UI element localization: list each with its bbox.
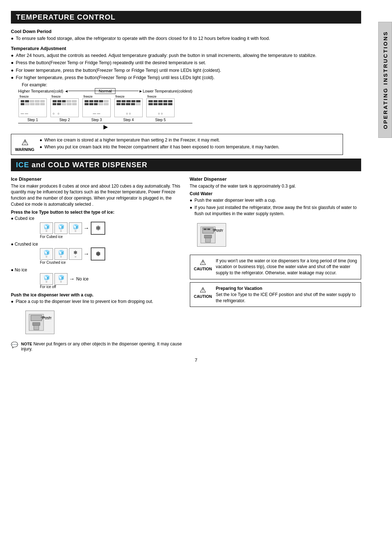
ice-section-header: ICE and COLD WATER DISPENSER	[11, 159, 361, 171]
no-ice-row: ● No ice 🧊 ○ 🧊 ○ → No ice	[11, 267, 183, 289]
no-ice-btn-2: 🧊 ○	[54, 273, 68, 285]
cubed-btn-1: 🧊 ○	[40, 222, 53, 234]
cool-down-title: Cool Down Period	[11, 29, 343, 34]
no-ice-arrow: →	[69, 276, 75, 282]
steps-container: freeze — — Step 1 freeze	[18, 95, 192, 122]
note-box: 💬 NOTE Never put fingers or any other ob…	[11, 341, 183, 352]
for-example-label: For example:	[22, 82, 343, 87]
water-dispenser-title: Water Dispenser	[190, 176, 362, 182]
svg-rect-8	[204, 235, 212, 238]
ice-dispenser-image	[25, 311, 54, 334]
water-dispenser-image	[197, 223, 226, 247]
warning-content: ● When ice cream is stored at a higher t…	[40, 137, 279, 152]
crushed-arrow: →	[83, 251, 89, 257]
cold-water-title: Cold Water	[190, 191, 362, 196]
step-5-box: ○ ○	[146, 98, 175, 117]
ice-two-col: Ice Dispenser The ice maker produces 8 c…	[11, 176, 361, 354]
page-number: 7	[11, 357, 381, 363]
svg-rect-9	[205, 238, 211, 242]
cool-down-text: To ensure safe food storage, allow the r…	[11, 36, 343, 42]
crushed-btn-1: 🧊 ○	[40, 248, 53, 260]
no-ice-btn-1: 🧊 ○	[40, 273, 53, 285]
water-dispenser-col: Water Dispenser The capacity of the wate…	[190, 176, 362, 354]
water-dispenser-text: The capacity of the water tank is approx…	[190, 183, 362, 189]
cubed-arrow: →	[83, 225, 89, 231]
side-tab-text: OPERATING INSTRUCTIONS	[382, 31, 388, 129]
warning-bullet-2: ● When you put ice cream back into the f…	[40, 144, 279, 150]
step-2-label: Step 2	[60, 118, 70, 122]
crushed-ice-row: ● Crushed ice 🧊 ○ 🧊 ○ ❄ ○	[11, 242, 183, 264]
step-2-box: ○○	[50, 98, 79, 117]
temperature-title: TEMPERATURE CONTROL	[16, 13, 115, 21]
caution-box-2: ⚠ CAUTION Preparing for Vacation Set the…	[190, 282, 362, 307]
step-4-label: Step 4	[123, 118, 134, 122]
freeze-label-4: freeze	[115, 95, 124, 98]
warning-icon: ⚠	[21, 138, 29, 147]
ice-title-rest: and COLD WATER DISPENSER	[32, 161, 147, 169]
temp-adjustment-title: Temperature Adjustment	[11, 46, 343, 51]
crushed-for-label: For Crushed ice	[40, 260, 183, 264]
caution-2-title: Preparing for Vacation	[216, 286, 262, 291]
cold-water-bullet-1: ● Push the water dispenser lever with a …	[190, 197, 362, 204]
no-ice-for-label: For ice off	[40, 285, 183, 289]
step-3-label: Step 3	[91, 118, 102, 122]
freeze-label-1: freeze	[20, 95, 29, 98]
temp-bullet-3: For lower temperature, press the button(…	[11, 67, 343, 74]
temp-adjustment-block: Temperature Adjustment After 24 hours, a…	[11, 46, 361, 130]
caution-content-1: If you won't use the water or ice dispen…	[216, 258, 358, 276]
step-5-label: Step 5	[155, 118, 166, 122]
caution-box-1: ⚠ CAUTION If you won't use the water or …	[190, 255, 362, 279]
page-container: OPERATING INSTRUCTIONS TEMPERATURE CONTR…	[0, 0, 392, 554]
lower-temp-label: Lower Temperature(coldest)	[143, 89, 192, 93]
cubed-btn-3: 🧊 ○	[69, 222, 82, 234]
warning-box: ⚠ WARNING ● When ice cream is stored at …	[11, 134, 343, 155]
ice-dispenser-title: Ice Dispenser	[11, 176, 183, 182]
step-1: freeze — — Step 1	[18, 95, 47, 122]
cool-down-body: To ensure safe food storage, allow the r…	[16, 36, 270, 42]
caution-label-1: CAUTION	[194, 267, 212, 271]
temp-bullet-1: After 24 hours, adjust the controls as n…	[11, 53, 343, 59]
crushed-btn-2: 🧊 ○	[54, 248, 68, 260]
cubed-result: ❄	[91, 222, 105, 235]
ice-dispenser-text: The ice maker produces 8 cubes at once a…	[11, 183, 183, 208]
freeze-label-2: freeze	[52, 95, 61, 98]
caution-icon-2: ⚠	[200, 286, 206, 294]
note-text: Never put fingers or any other objects i…	[21, 341, 182, 352]
normal-label: Normal	[95, 88, 115, 94]
push-label: Push the ice dispenser lever with a cup.	[11, 292, 183, 297]
temperature-section-header: TEMPERATURE CONTROL	[11, 11, 361, 24]
step-1-label: Step 1	[28, 118, 38, 122]
note-label: NOTE	[21, 342, 32, 346]
cubed-ice-row: ● Cubed ice 🧊 ○ 🧊 ○ 🧊 ○	[11, 216, 183, 239]
step-4-box: ○ ○	[114, 98, 143, 117]
step-3-box: — —	[82, 98, 111, 117]
note-icon: 💬	[11, 341, 18, 348]
caution-icon-1: ⚠	[200, 258, 206, 267]
temp-labels-row: Higher Temperature(cold) ◄ Normal ► Lowe…	[18, 89, 192, 93]
temp-bullet-2: Press the button(Freezer Temp or Fridge …	[11, 60, 343, 66]
step-4: freeze ○ ○ Step 4	[114, 95, 143, 122]
caution-label-2: CAUTION	[194, 294, 212, 299]
freeze-label-5: freeze	[147, 95, 156, 98]
cold-water-bullet-2: ● If you have just installed the refrige…	[190, 205, 362, 217]
no-ice-label: No ice	[76, 276, 89, 282]
ice-title-colored: ICE	[16, 161, 29, 169]
temp-bullet-4: For higher temperature, press the button…	[11, 75, 343, 81]
svg-rect-3	[34, 325, 39, 330]
ice-section: ICE and COLD WATER DISPENSER Ice Dispens…	[11, 159, 361, 354]
side-tab: OPERATING INSTRUCTIONS	[378, 22, 392, 138]
push-bullet: ● Place a cup to the dispenser lever lin…	[11, 299, 183, 305]
cubed-btn-2: 🧊 ○	[54, 222, 68, 234]
crushed-btn-3: ❄ ○	[69, 248, 82, 260]
step-3: freeze — — Step 3	[82, 95, 111, 122]
cubed-for-label: For Cubed ice	[40, 235, 183, 239]
temperature-section: TEMPERATURE CONTROL Cool Down Period To …	[11, 11, 361, 155]
freeze-label-3: freeze	[83, 95, 93, 98]
water-dispenser-image-area: Push	[197, 221, 226, 249]
step-2: freeze ○○ Step 2	[50, 95, 79, 122]
caution-content-2: Preparing for Vacation Set the Ice Type …	[216, 286, 358, 304]
press-label: Press the Ice Type button to select the …	[11, 210, 183, 215]
warning-label: WARNING	[15, 147, 35, 152]
water-push-label: Push	[214, 228, 223, 233]
svg-rect-7	[207, 229, 210, 230]
